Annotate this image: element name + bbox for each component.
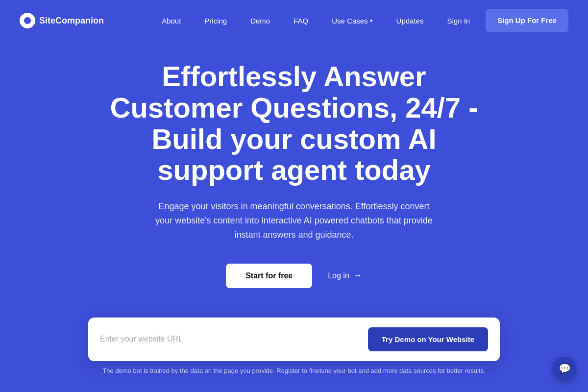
nav-link-use-cases[interactable]: Use Cases ▾	[320, 17, 384, 25]
nav-cta-button[interactable]: Sign Up For Free	[486, 9, 568, 32]
login-button[interactable]: Log in →	[328, 270, 362, 281]
chat-bubble[interactable]: 💬	[553, 357, 576, 380]
try-demo-button[interactable]: Try Demo on Your Website	[368, 327, 488, 351]
arrow-icon: →	[353, 270, 362, 281]
chevron-down-icon: ▾	[370, 18, 373, 24]
logo-icon-inner	[24, 17, 31, 24]
hero-actions: Start for free Log in →	[226, 264, 362, 288]
logo[interactable]: SiteCompanion	[20, 13, 104, 28]
nav-link-pricing[interactable]: Pricing	[193, 17, 239, 25]
nav-sign-in[interactable]: Sign In	[435, 17, 482, 25]
nav-link-about[interactable]: About	[150, 17, 193, 25]
start-free-button[interactable]: Start for free	[226, 264, 312, 288]
demo-box: Try Demo on Your Website	[88, 318, 500, 361]
navbar: SiteCompanion About Pricing Demo FAQ Use…	[0, 0, 588, 41]
hero-section: Effortlessly Answer Customer Questions, …	[0, 41, 588, 318]
demo-note: The demo bot is trained by the data on t…	[102, 367, 485, 374]
nav-link-faq[interactable]: FAQ	[282, 17, 320, 25]
nav-link-updates[interactable]: Updates	[385, 17, 436, 25]
nav-link-demo[interactable]: Demo	[239, 17, 282, 25]
website-url-input[interactable]	[100, 335, 360, 343]
hero-title: Effortlessly Answer Customer Questions, …	[98, 61, 490, 186]
brand-name: SiteCompanion	[39, 16, 104, 26]
nav-links: About Pricing Demo FAQ Use Cases ▾ Updat…	[150, 9, 568, 32]
hero-subtitle: Engage your visitors in meaningful conve…	[152, 199, 436, 242]
chat-icon: 💬	[559, 363, 571, 374]
demo-section: Try Demo on Your Website The demo bot is…	[0, 318, 588, 374]
logo-icon	[20, 13, 35, 28]
